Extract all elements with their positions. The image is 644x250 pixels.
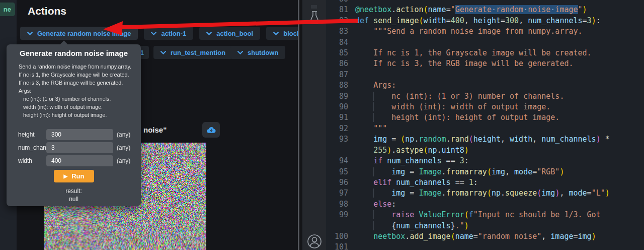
line-number: 97 (326, 188, 355, 199)
tooltip-field-row: width(any) (7, 155, 141, 166)
line-number: 84 (326, 37, 355, 48)
code-line[interactable]: 93 img = (np.random.rand(height, width, … (326, 134, 644, 145)
line-number: 82 (326, 16, 355, 26)
run-button-label: Run (71, 172, 84, 180)
code-line[interactable]: 89 nc (int): (1 or 3) number of channels… (326, 91, 644, 102)
code-line[interactable]: 98 else: (326, 199, 644, 210)
code-line[interactable]: 84 (326, 37, 644, 48)
code-line[interactable]: 88 Args: (326, 80, 644, 91)
code-line[interactable]: 90 width (int): width of output image. (326, 102, 644, 112)
line-number (326, 221, 355, 231)
line-number: 100 (326, 231, 355, 242)
action-tooltip: Generate random noise image Send a rando… (7, 44, 141, 206)
field-label: height (18, 131, 35, 138)
code-line[interactable]: 82def send_image(width=400, height=300, … (326, 16, 644, 26)
code-editor[interactable]: 8081@neetbox.action(name="Generate·rando… (326, 0, 644, 250)
code-line[interactable]: 96 elif num_channels == 1: (326, 177, 644, 188)
result-value: null (7, 196, 141, 203)
code-line[interactable]: 80 (326, 0, 644, 5)
tooltip-title: Generate random noise image (7, 49, 141, 57)
code-line[interactable]: {num_channels}.") (326, 221, 644, 231)
line-number: 88 (326, 80, 355, 91)
code-line[interactable]: 95 img = Image.fromarray(img, mode="RGB"… (326, 167, 644, 177)
dashboard-panel: ne Actions Generate random noise imageac… (0, 0, 298, 250)
download-image-button[interactable] (202, 122, 220, 138)
image-card-title: noise" (143, 126, 167, 134)
code-line[interactable]: 99 raise ValueError(f"Input nc should be… (326, 210, 644, 220)
tooltip-description-line: If nc is 3, the RGB image will be genera… (19, 79, 135, 87)
code-lines: 8081@neetbox.action(name="Generate·rando… (326, 0, 644, 250)
field-label: width (18, 157, 32, 164)
run-button[interactable]: ▶ Run (54, 170, 94, 182)
line-number: 86 (326, 58, 355, 69)
code-line[interactable]: 83 """Send a random noise image from num… (326, 26, 644, 37)
action-button-run-test-mention[interactable]: run_test_mention (153, 46, 232, 59)
chevron-down-icon (206, 32, 212, 35)
line-number: 101 (326, 242, 355, 250)
line-number: 83 (326, 26, 355, 37)
code-line[interactable]: 86 If nc is 3, the RGB image will be gen… (326, 58, 644, 69)
actions-button-row-1: Generate random noise imageaction-1actio… (20, 27, 332, 40)
line-number: 96 (326, 177, 355, 188)
code-line[interactable]: 91 height (int): height of output image. (326, 112, 644, 123)
line-number: 92 (326, 123, 355, 134)
code-line[interactable]: 81@neetbox.action(name="Generate·random·… (326, 5, 644, 15)
cloud-download-icon (206, 126, 216, 134)
account-icon[interactable] (302, 233, 326, 250)
action-button-generate-random-noise-image[interactable]: Generate random noise image (20, 27, 138, 40)
result-label: result: (7, 188, 141, 195)
code-line[interactable]: 92 """ (326, 123, 644, 134)
line-number: 91 (326, 112, 355, 123)
tooltip-description-line: If nc is 1, the Grayscale image will be … (19, 71, 135, 79)
action-button-action-bool[interactable]: action_bool (199, 27, 260, 40)
project-badge-label: ne (4, 6, 11, 13)
code-line[interactable]: 101 (326, 242, 644, 250)
tooltip-description-line: nc (int): (1 or 3) number of channels. (19, 95, 135, 103)
line-number: 98 (326, 199, 355, 210)
action-button-label: run_test_mention (171, 49, 225, 56)
project-badge[interactable]: ne (0, 3, 15, 16)
code-line[interactable]: 87 (326, 70, 644, 80)
line-number: 99 (326, 210, 355, 220)
tooltip-description-line: height (int): height of output image. (19, 111, 135, 119)
play-icon: ▶ (64, 173, 68, 179)
action-button-label: action-1 (161, 30, 186, 37)
tooltip-description-line: Args: (19, 87, 135, 95)
actions-section-title: Actions (28, 5, 66, 17)
action-button-shutdown[interactable]: shutdown (230, 46, 285, 59)
line-number: 89 (326, 91, 355, 102)
tooltip-field-row: height(any) (7, 129, 141, 140)
line-number: 85 (326, 48, 355, 58)
field-input-width[interactable] (46, 155, 113, 166)
testing-flask-icon[interactable] (302, 10, 326, 25)
line-number: 93 (326, 134, 355, 145)
code-line[interactable]: 97 img = Image.fromarray(np.squeeze(img)… (326, 188, 644, 199)
line-number: 94 (326, 156, 355, 166)
tooltip-description-line: Send a random noise image from numpy.arr… (19, 62, 135, 71)
code-line[interactable]: 100 neetbox.add_image(name="random noise… (326, 231, 644, 242)
activity-bar (302, 0, 326, 250)
action-button-label: shutdown (248, 49, 278, 56)
code-line[interactable]: 255).astype(np.uint8) (326, 145, 644, 156)
chevron-down-icon (151, 32, 156, 35)
field-type-hint: (any) (117, 131, 130, 138)
line-number: 81 (326, 5, 355, 15)
line-number: 87 (326, 70, 355, 80)
line-number: 80 (326, 0, 355, 5)
code-line[interactable]: 85 If nc is 1, the Grayscale image will … (326, 48, 644, 58)
field-input-num-chan-[interactable] (46, 142, 113, 153)
tooltip-caret (60, 41, 68, 49)
scrollbar-mark (311, 5, 317, 9)
chevron-down-icon (27, 32, 33, 35)
field-type-hint: (any) (117, 144, 130, 151)
tooltip-description: Send a random noise image from numpy.arr… (19, 62, 135, 119)
line-number: 95 (326, 167, 355, 177)
field-input-height[interactable] (46, 129, 113, 140)
code-line[interactable]: 94 if num_channels == 3: (326, 156, 644, 166)
tooltip-field-row: num_chan...(any) (7, 142, 141, 153)
action-button-action-1[interactable]: action-1 (144, 27, 193, 40)
field-label: num_chan... (18, 144, 50, 151)
chevron-down-icon (237, 51, 243, 54)
line-number: 90 (326, 102, 355, 112)
line-number (326, 145, 355, 156)
